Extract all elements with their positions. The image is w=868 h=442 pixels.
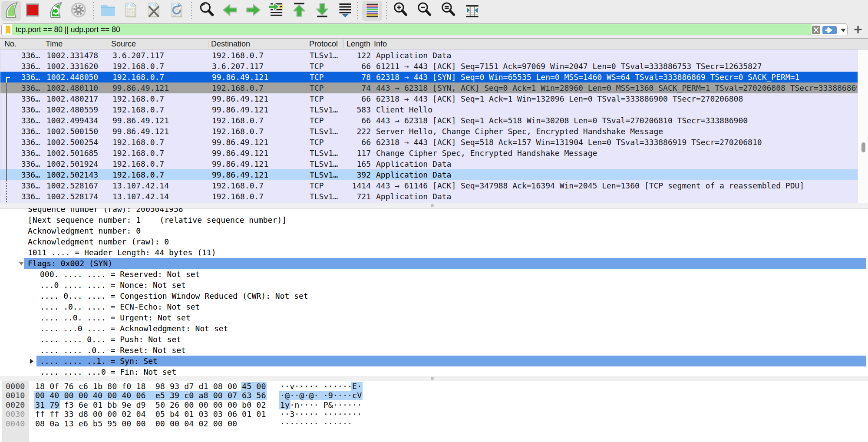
detail-row[interactable]: .... .... .0.. = Reset: Not set	[2, 345, 866, 356]
hex-row[interactable]: 001000 40 00 00 40 00 40 06 e5 39 c0 a8 …	[2, 391, 866, 400]
column-header-3[interactable]: Destination	[211, 39, 304, 49]
packet-row-2[interactable]: 336…1002.331620192.168.0.73.6.207.117TCP…	[0, 61, 858, 72]
hex-row[interactable]: 000018 0f 76 c6 1b 80 f0 18 98 93 d7 d1 …	[2, 382, 866, 391]
filter-dropdown-arrow[interactable]	[841, 29, 846, 32]
detail-row[interactable]: Flags: 0x002 (SYN)	[2, 258, 866, 269]
hex-ascii[interactable]: ·@··@·@· ·9····cV	[280, 391, 362, 400]
find-packet-button[interactable]	[197, 1, 217, 21]
packet-row-12[interactable]: 336…1002.502143192.168.0.799.86.49.121TL…	[0, 169, 858, 180]
save-file-icon: 010100110101110	[122, 1, 139, 20]
last-packet-button[interactable]	[312, 1, 332, 21]
hex-ascii[interactable]: 1y·n···· P&······	[280, 400, 362, 410]
zoom-out-button[interactable]	[415, 1, 435, 21]
hex-row[interactable]: 0030ff ff 33 d8 00 00 02 04 05 b4 01 03 …	[2, 409, 866, 419]
cell-info: Client Hello	[376, 104, 857, 115]
filter-bookmark-icon[interactable]	[5, 26, 11, 37]
column-header-4[interactable]: Protocol	[309, 39, 343, 49]
column-separator[interactable]	[208, 40, 208, 48]
save-file-button[interactable]: 010100110101110	[121, 1, 141, 21]
cell-no: 336…	[9, 82, 40, 93]
stop-capture-button[interactable]	[23, 1, 43, 21]
expander-down-icon[interactable]	[19, 262, 24, 265]
packet-row-8[interactable]: 336…1002.50015099.86.49.121192.168.0.7TL…	[0, 126, 858, 137]
reload-file-button[interactable]: 010100110101110	[167, 1, 187, 21]
go-to-packet-button[interactable]	[266, 1, 286, 21]
column-header-5[interactable]: Length	[347, 39, 371, 49]
zoom-in-button[interactable]	[391, 1, 411, 21]
expander-right-icon[interactable]	[30, 359, 33, 364]
filter-add-button[interactable]	[853, 24, 863, 35]
detail-row[interactable]: .... .0.. .... = ECN-Echo: Not set	[2, 301, 866, 312]
capture-options-button[interactable]	[69, 1, 89, 21]
packet-row-14[interactable]: 336…1002.52817413.107.42.14192.168.0.7TL…	[0, 191, 858, 202]
detail-row[interactable]: .... ...0 .... = Acknowledgment: Not set	[2, 323, 866, 334]
restart-capture-button[interactable]	[46, 1, 66, 21]
hex-bytes[interactable]: 18 0f 76 c6 1b 80 f0 18 98 93 d7 d1 08 0…	[35, 382, 266, 391]
detail-row[interactable]: Acknowledgment number: 0	[2, 225, 866, 236]
cell-destination: 99.86.49.121	[212, 148, 305, 158]
hex-ascii[interactable]: ··v····· ······E·	[280, 382, 362, 391]
filter-clear-button[interactable]	[812, 26, 820, 34]
hex-bytes[interactable]: ff ff 33 d8 00 00 02 04 05 b4 01 03 03 0…	[35, 409, 266, 419]
column-separator[interactable]	[343, 40, 344, 48]
packet-details-pane[interactable]: Sequence number (raw): 2005041958[Next s…	[2, 208, 866, 376]
auto-scroll-button[interactable]	[335, 1, 355, 21]
hex-row[interactable]: 002031 79 f3 6e 01 bb 9e d9 50 26 00 00 …	[2, 400, 866, 410]
filter-expression[interactable]: tcp.port == 80 || udp.port == 80	[12, 25, 120, 34]
column-separator[interactable]	[42, 40, 42, 48]
first-packet-button[interactable]	[289, 1, 309, 21]
packet-row-5[interactable]: 336…1002.480217192.168.0.799.86.49.121TC…	[0, 93, 858, 104]
packet-bytes-pane[interactable]: 000018 0f 76 c6 1b 80 f0 18 98 93 d7 d1 …	[2, 381, 866, 442]
hex-bytes[interactable]: 08 0a 13 e6 b5 95 00 00 00 00 04 02 00 0…	[35, 419, 237, 429]
packet-list-scrollbar[interactable]	[858, 49, 868, 203]
resize-columns-button[interactable]	[462, 1, 482, 21]
previous-packet-button[interactable]	[220, 1, 240, 21]
packet-list[interactable]: 336…1002.3314783.6.207.117192.168.0.7TLS…	[0, 49, 858, 203]
close-file-button[interactable]: 010100110101110	[144, 1, 164, 21]
next-packet-button[interactable]	[243, 1, 263, 21]
start-capture-button[interactable]	[1, 1, 21, 21]
detail-row[interactable]: 1011 .... = Header Length: 44 bytes (11)	[2, 247, 866, 258]
hex-bytes[interactable]: 00 40 00 00 40 00 40 06 e5 39 c0 a8 00 0…	[35, 391, 266, 400]
colorize-button[interactable]	[362, 1, 382, 21]
packet-row-11[interactable]: 336…1002.501924192.168.0.799.86.49.121TL…	[0, 158, 858, 169]
packet-row-9[interactable]: 336…1002.500254192.168.0.799.86.49.121TC…	[0, 137, 858, 148]
hex-ascii[interactable]: ··3····· ········	[280, 409, 362, 419]
find-packet-icon	[198, 1, 216, 20]
column-separator[interactable]	[108, 40, 108, 48]
detail-row[interactable]: .... 0... .... = Congestion Window Reduc…	[2, 290, 866, 301]
scrollbar-thumb[interactable]	[861, 142, 865, 152]
zoom-reset-button[interactable]	[439, 1, 459, 21]
detail-row[interactable]: 000. .... .... = Reserved: Not set	[2, 269, 866, 280]
filter-apply-button[interactable]	[822, 26, 837, 34]
toolbar-separator	[93, 2, 94, 20]
start-capture-icon	[3, 1, 20, 20]
detail-row[interactable]: Sequence number (raw): 2005041958	[2, 208, 866, 214]
column-header-0[interactable]: No.	[4, 39, 39, 49]
packet-row-10[interactable]: 336…1002.501685192.168.0.799.86.49.121TL…	[0, 148, 858, 158]
filter-value-field[interactable]: tcp.port == 80 || udp.port == 80	[12, 24, 812, 35]
packet-row-7[interactable]: 336…1002.49943499.86.49.121192.168.0.7TC…	[0, 115, 858, 126]
hex-row[interactable]: 004008 0a 13 e6 b5 95 00 00 00 00 04 02 …	[2, 419, 866, 429]
column-separator[interactable]	[372, 40, 372, 48]
hex-bytes[interactable]: 31 79 f3 6e 01 bb 9e d9 50 26 00 00 00 0…	[35, 400, 266, 410]
column-header-1[interactable]: Time	[46, 39, 106, 49]
packet-row-4[interactable]: 336…1002.48011099.86.49.121192.168.0.7TC…	[0, 82, 858, 93]
column-header-6[interactable]: Info	[374, 39, 504, 49]
column-separator[interactable]	[306, 40, 306, 48]
packet-row-6[interactable]: 336…1002.480559192.168.0.799.86.49.121TL…	[0, 104, 858, 115]
open-file-button[interactable]	[98, 1, 118, 21]
detail-row[interactable]: .... .... 0... = Push: Not set	[2, 334, 866, 345]
detail-row[interactable]: Acknowledgment number (raw): 0	[2, 236, 866, 247]
display-filter-input[interactable]: tcp.port == 80 || udp.port == 80	[1, 23, 848, 36]
detail-row[interactable]: .... ..0. .... = Urgent: Not set	[2, 312, 866, 323]
packet-row-1[interactable]: 336…1002.3314783.6.207.117192.168.0.7TLS…	[0, 50, 858, 61]
detail-row[interactable]: [Next sequence number: 1 (relative seque…	[2, 214, 866, 225]
packet-row-13[interactable]: 336…1002.52816713.107.42.14192.168.0.7TC…	[0, 180, 858, 191]
hex-ascii[interactable]: ········ ······	[280, 419, 352, 429]
detail-row[interactable]: .... .... ...0 = Fin: Not set	[2, 366, 866, 376]
column-header-2[interactable]: Source	[111, 39, 207, 49]
detail-row[interactable]: ...0 .... .... = Nonce: Not set	[2, 280, 866, 290]
detail-row[interactable]: .... .... ..1. = Syn: Set	[2, 356, 866, 366]
packet-row-3[interactable]: 336…1002.448050192.168.0.799.86.49.121TC…	[0, 72, 858, 82]
